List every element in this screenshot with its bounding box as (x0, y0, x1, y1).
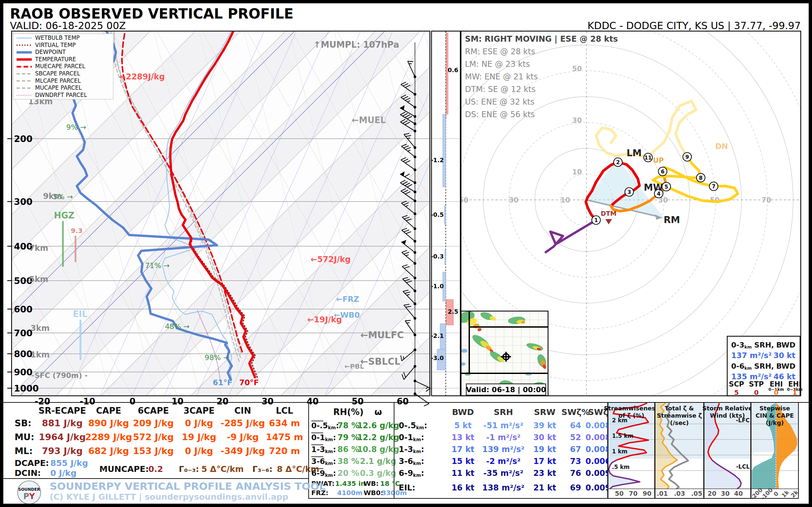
composite-value: 0 (754, 389, 759, 396)
srh-box-label: 0-6km SRH, (731, 362, 774, 371)
thermo-header: CAPE (96, 406, 121, 416)
temp-axis-label: -10 (80, 396, 95, 406)
shear-value: -51 m²/s² (484, 421, 523, 430)
shear-value: 21 kt (533, 483, 556, 493)
shear-value: 17 kt (451, 445, 474, 454)
shear-value: 0.009 (586, 469, 611, 478)
skewt-annotation: ←572J/kg (311, 255, 351, 264)
logo-text: SOUNDER (18, 487, 40, 492)
layer-label: 0-.5km: (311, 421, 339, 430)
thermo-value: -9 J/kg (227, 432, 259, 442)
shear-value: 16 kt (451, 483, 474, 493)
shear-value: 30 kt (533, 433, 556, 442)
layer-label: 1-3km: (399, 445, 424, 454)
panel-level-mark: -LCL (736, 463, 750, 470)
pressure-label: 300 (14, 196, 33, 207)
panel-title: Total ζ & (665, 405, 694, 412)
omega-bar (443, 114, 446, 187)
panel-title: CIN & CAPE (756, 412, 794, 419)
thermo-value: 1475 m (266, 432, 303, 442)
footer-line2: (C) KYLE J GILLETT | sounderpysoundings.… (50, 492, 289, 502)
logo-py: PY (23, 492, 36, 501)
storm-motion-info: SM: RIGHT MOVING | ESE @ 28 kts (465, 35, 618, 44)
thermo-header: 3CAPE (184, 406, 215, 416)
temp-axis-label: 0 (130, 396, 136, 406)
thermo-value: -349 J/kg (220, 446, 265, 456)
thermo-value: 0 J/kg (185, 446, 213, 456)
thermo-row-label: MU: (14, 432, 35, 442)
barb-half (407, 323, 410, 323)
height-label: 7km (29, 243, 48, 253)
pressure-label: 600 (14, 304, 33, 315)
legend-label: VIRTUAL TEMP (35, 42, 76, 48)
hodo-height-number: 1 (594, 217, 598, 223)
rh-value: 86 % (338, 445, 359, 454)
composite-value: 1 (793, 389, 797, 396)
panel-level-mark: -LFC (736, 417, 750, 424)
storm-motion-info: DS: ENE @ 56 kts (465, 110, 535, 119)
ring-label: 50 (572, 65, 582, 73)
shear-header: SRH (494, 407, 513, 417)
thermo-value: 572 J/kg (133, 432, 174, 442)
thermo-value: 634 m (269, 418, 300, 428)
barb-half (409, 63, 412, 64)
mini-panels: Streamwisenessof ζ (%)2 km1.5 km1 km.5 k… (604, 402, 800, 501)
storm-motion-info: LM: NE @ 23 kts (465, 60, 530, 69)
barb-half (407, 138, 410, 139)
lapse-value: 5 Δ°C/km (201, 464, 244, 474)
station-title: KDDC - DODGE CITY, KS US | 37.77, -99.97 (588, 20, 801, 32)
layer-label: 0-.5km: (399, 421, 427, 430)
temp-axis-label: 30 (262, 396, 273, 406)
skewt-annotation: 61°F (213, 378, 232, 387)
panel-title: (/sec) (670, 419, 689, 426)
hodo-marker-label: DN (715, 142, 728, 151)
lapse-label: Γ₃₋₆: (252, 464, 272, 474)
thermo-value: 720 m (269, 446, 300, 456)
panel-height-label: 1 km (612, 448, 627, 455)
omega-value: -1.2 (431, 157, 444, 164)
layer-label: EIL: (399, 483, 415, 493)
layer-label: 6-9km: (399, 469, 424, 478)
layer-label: 6-9km: (311, 469, 336, 478)
rh-value: 79 % (338, 433, 359, 442)
thermo-value: 19 J/kg (182, 432, 216, 442)
rh-value: 20 % (338, 469, 359, 478)
srh-box-label: 0-3km SRH, (731, 341, 774, 349)
omega-value: -0.3 (431, 253, 444, 260)
thermo-row-label: ML: (14, 446, 33, 456)
pressure-label: 200 (14, 134, 33, 144)
hodo-marker-label: DTM (601, 210, 617, 217)
omega-bar (445, 250, 446, 265)
hodo-height-number: 11 (645, 155, 652, 161)
ring-label: 10 (560, 196, 570, 204)
shear-value: 69 (570, 483, 581, 493)
shear-value: 23 kt (533, 469, 556, 478)
layer-label: 1-3km: (311, 445, 336, 454)
thermo-header: 6CAPE (138, 406, 169, 416)
storm-motion-info: MW: ENE @ 21 kts (465, 72, 538, 81)
dcape-value: 855 J/kg (50, 458, 88, 468)
omega-bar (444, 206, 446, 224)
footer: SOUNDER PY SOUNDERPY VERTICAL PROFILE AN… (17, 480, 325, 504)
radar-valid-label: Valid: 06-18 | 00:00 (466, 386, 546, 394)
temp-axis-label: 10 (171, 396, 184, 406)
panel-title: Streamwiseness (604, 405, 659, 412)
muncape-label: MUNCAPE: (99, 464, 149, 474)
thermo-value: 2289 J/kg (85, 432, 132, 442)
barb-half (403, 356, 404, 359)
barb-full (408, 61, 413, 62)
shear-value: 0.008 (586, 421, 611, 430)
skewt-annotation: ←PBL (344, 362, 364, 370)
legend-label: MUECAPE PARCEL (35, 63, 86, 69)
shear-value: 0.008 (586, 445, 611, 454)
shear-value: 138 m²/s² (482, 483, 524, 493)
shear-value: -35 m²/s² (484, 469, 523, 478)
skewt-annotation: 70°F (239, 378, 259, 387)
shear-value: 73 (570, 457, 581, 466)
skewt-annotation: ←WB0 (334, 311, 360, 319)
skewt-annotation: ←SBLCL (360, 356, 400, 367)
panel-height-label: .5 km (612, 464, 629, 470)
hodo-height-number: 7 (712, 183, 715, 190)
omega-bar (446, 33, 448, 114)
srh-box-label: BWD (776, 362, 796, 370)
